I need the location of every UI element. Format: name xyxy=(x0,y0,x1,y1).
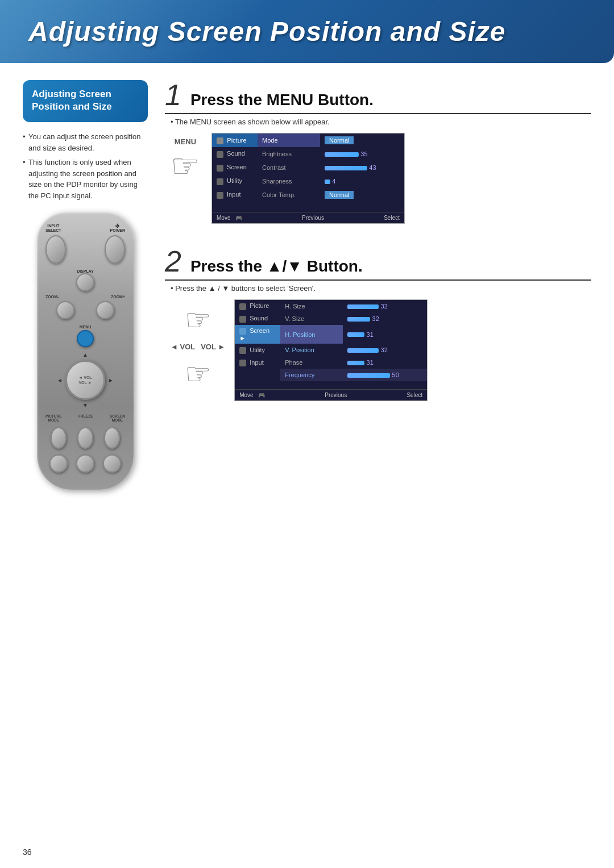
hand-icon-1: ☞ xyxy=(171,149,200,182)
menu-option-colortemp-value: Normal xyxy=(320,188,404,202)
menu-label: MENU xyxy=(45,325,125,329)
step-1-hand-group: MENU ☞ xyxy=(171,137,200,182)
bottom-round-row xyxy=(45,454,125,473)
power-label: ⏻POWER xyxy=(110,224,125,232)
screen-mode-button[interactable] xyxy=(104,427,120,449)
dpad-down: ▼ xyxy=(82,402,88,408)
bullet-list: You can adjust the screen position and s… xyxy=(23,131,148,201)
footer-move: Move 🎮 xyxy=(217,215,242,221)
menu2-option-hposition-label: H. Position xyxy=(280,325,343,344)
dpad-up: ▲ xyxy=(82,352,88,358)
bottom-btn-3[interactable] xyxy=(103,454,121,473)
info-box-title: Adjusting Screen Position and Size xyxy=(32,88,139,113)
bottom-labels: PICTUREMODE FREEZE SCREENMODE xyxy=(45,414,125,422)
menu-row-utility: Utility Sharpness 4 xyxy=(212,174,404,188)
picture-mode-label: PICTUREMODE xyxy=(45,414,62,422)
menu-row-input: Input Color Temp. Normal xyxy=(212,188,404,202)
menu-footer-1: Move 🎮 Previous Select xyxy=(212,212,404,223)
menu2-option-vposition-value: 32 xyxy=(343,344,427,356)
menu2-item-sound: Sound xyxy=(235,312,280,325)
footer-select: Select xyxy=(384,215,400,221)
remote-top-btn-row xyxy=(45,235,125,264)
step-1-description: • The MENU screen as shown below will ap… xyxy=(165,118,591,126)
vol-row-2: ◄ VOL VOL ► xyxy=(171,343,225,351)
menu2-option-frequency-label: Frequency xyxy=(280,369,343,381)
zoom-plus-label: ZOOM+ xyxy=(111,295,125,299)
vol-right-label: VOL ► xyxy=(78,381,92,385)
menu-item-picture: Picture xyxy=(212,133,258,147)
left-column: Adjusting Screen Position and Size You c… xyxy=(23,80,148,490)
menu2-spacer xyxy=(235,381,427,389)
zoom-minus-label: ZOOM- xyxy=(45,295,59,299)
step-2: 2 Press the ▲/▼ Button. • Press the ▲ / … xyxy=(165,247,591,401)
menu-row-sound: Sound Brightness 35 xyxy=(212,147,404,161)
menu2-option-frequency-value: 50 xyxy=(343,369,427,381)
step-1-body: MENU ☞ Picture Mode Normal xyxy=(165,133,591,224)
hposition-bar xyxy=(347,332,364,337)
info-box: Adjusting Screen Position and Size xyxy=(23,80,148,122)
menu2-item-screen: Screen ► xyxy=(235,325,280,344)
footer-previous: Previous xyxy=(302,215,324,221)
right-column: 1 Press the MENU Button. • The MENU scre… xyxy=(165,80,591,490)
step-1: 1 Press the MENU Button. • The MENU scre… xyxy=(165,80,591,224)
dpad-right: ► xyxy=(108,377,114,383)
remote-top-labels: INPUTSELECT ⏻POWER xyxy=(45,224,125,232)
footer2-select: Select xyxy=(406,392,422,398)
step-2-body: ☞ ◄ VOL VOL ► ☞ Picture xyxy=(165,299,591,401)
hand-icon-2a: ☞ xyxy=(185,305,211,335)
footer2-previous: Previous xyxy=(325,392,347,398)
page-number: 36 xyxy=(23,848,32,857)
menu-option-mode-value: Normal xyxy=(320,133,404,147)
menu-item-screen: Screen xyxy=(212,161,258,174)
menu-text-label: MENU xyxy=(175,137,196,146)
step-2-hand-group: ☞ ◄ VOL VOL ► ☞ xyxy=(171,305,225,389)
menu-panel-2: Picture H. Size 32 Sound xyxy=(234,299,428,401)
menu2-row-utility: Utility V. Position 32 xyxy=(235,344,427,356)
vsize-bar xyxy=(347,317,370,322)
brightness-bar xyxy=(325,152,359,157)
menu-footer-2: Move 🎮 Previous Select xyxy=(235,389,427,400)
step-2-description: • Press the ▲ / ▼ buttons to select 'Scr… xyxy=(165,284,591,293)
freeze-button[interactable] xyxy=(77,427,93,449)
menu-option-contrast-value: 43 xyxy=(320,161,404,174)
vol-right-text: VOL ► xyxy=(201,343,225,351)
zoom-plus-button[interactable] xyxy=(96,301,114,319)
content-area: Adjusting Screen Position and Size You c… xyxy=(0,80,614,490)
dpad: ▲ ▼ ◄ ► ◄ VOL VOL ► xyxy=(57,352,114,408)
menu-button[interactable] xyxy=(77,330,94,347)
menu-option-sharpness-value: 4 xyxy=(320,174,404,188)
menu-item-sound: Sound xyxy=(212,147,258,161)
menu-option-colortemp-label: Color Temp. xyxy=(258,188,320,202)
menu-spacer-1 xyxy=(212,202,404,212)
contrast-bar xyxy=(325,166,367,170)
frequency-bar xyxy=(347,373,390,378)
dpad-left: ◄ xyxy=(57,377,63,383)
menu-option-brightness-label: Brightness xyxy=(258,147,320,161)
sharpness-bar xyxy=(325,180,330,184)
menu-option-sharpness-label: Sharpness xyxy=(258,174,320,188)
bullet-item-1: You can adjust the screen position and s… xyxy=(23,131,148,153)
bottom-btn-1[interactable] xyxy=(49,454,68,473)
dpad-center: ◄ VOL VOL ► xyxy=(65,360,105,400)
menu2-option-phase-value: 31 xyxy=(343,356,427,369)
menu2-option-hposition-value: 31 xyxy=(343,325,427,344)
step-1-header: 1 Press the MENU Button. xyxy=(165,80,591,114)
input-select-button[interactable] xyxy=(45,235,66,264)
menu-btn-row xyxy=(45,330,125,347)
zoom-btn-row xyxy=(45,301,125,319)
freeze-label: FREEZE xyxy=(78,414,93,422)
menu2-option-hsize-label: H. Size xyxy=(280,300,343,312)
zoom-minus-button[interactable] xyxy=(56,301,74,319)
bottom-btn-2[interactable] xyxy=(76,454,94,473)
picture-mode-button[interactable] xyxy=(51,427,67,449)
step-2-title: Press the ▲/▼ Button. xyxy=(190,257,363,276)
menu-row-picture: Picture Mode Normal xyxy=(212,133,404,147)
bottom-oval-row xyxy=(45,427,125,449)
hsize-bar xyxy=(347,304,379,309)
display-button[interactable] xyxy=(76,273,94,291)
input-select-label: INPUTSELECT xyxy=(45,224,61,232)
power-button[interactable] xyxy=(105,235,125,264)
display-section: DISPLAY xyxy=(45,269,125,291)
phase-bar xyxy=(347,361,364,365)
menu-table-2: Picture H. Size 32 Sound xyxy=(235,300,427,389)
